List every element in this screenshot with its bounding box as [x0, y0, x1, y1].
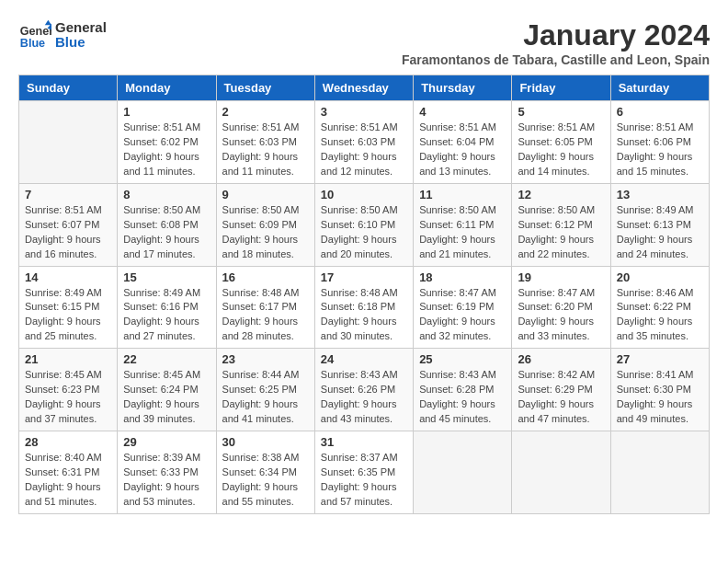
day-cell: 28Sunrise: 8:40 AM Sunset: 6:31 PM Dayli…: [19, 431, 118, 514]
day-cell: 22Sunrise: 8:45 AM Sunset: 6:24 PM Dayli…: [118, 349, 216, 431]
header-thursday: Thursday: [414, 75, 512, 101]
day-info: Sunrise: 8:39 AM Sunset: 6:33 PM Dayligh…: [123, 451, 210, 510]
week-row-2: 7Sunrise: 8:51 AM Sunset: 6:07 PM Daylig…: [19, 183, 710, 266]
calendar-header-row: SundayMondayTuesdayWednesdayThursdayFrid…: [19, 75, 710, 101]
week-row-5: 28Sunrise: 8:40 AM Sunset: 6:31 PM Dayli…: [19, 431, 710, 514]
day-info: Sunrise: 8:50 AM Sunset: 6:09 PM Dayligh…: [222, 203, 309, 262]
day-info: Sunrise: 8:43 AM Sunset: 6:26 PM Dayligh…: [321, 368, 407, 427]
day-number: 10: [321, 188, 407, 201]
day-info: Sunrise: 8:43 AM Sunset: 6:28 PM Dayligh…: [419, 368, 506, 427]
day-info: Sunrise: 8:50 AM Sunset: 6:10 PM Dayligh…: [321, 203, 407, 262]
day-info: Sunrise: 8:45 AM Sunset: 6:23 PM Dayligh…: [25, 368, 111, 427]
logo-blue: Blue: [55, 35, 107, 51]
day-cell: 24Sunrise: 8:43 AM Sunset: 6:26 PM Dayli…: [314, 349, 413, 431]
day-number: 24: [321, 352, 407, 366]
day-cell: [19, 101, 118, 184]
week-row-1: 1Sunrise: 8:51 AM Sunset: 6:02 PM Daylig…: [19, 101, 710, 184]
day-info: Sunrise: 8:45 AM Sunset: 6:24 PM Dayligh…: [123, 368, 210, 427]
day-number: 7: [25, 188, 111, 201]
day-cell: 26Sunrise: 8:42 AM Sunset: 6:29 PM Dayli…: [512, 349, 610, 431]
header-tuesday: Tuesday: [216, 75, 314, 101]
day-cell: 2Sunrise: 8:51 AM Sunset: 6:03 PM Daylig…: [216, 101, 314, 184]
day-number: 26: [518, 352, 604, 366]
day-info: Sunrise: 8:48 AM Sunset: 6:18 PM Dayligh…: [321, 286, 407, 345]
day-info: Sunrise: 8:51 AM Sunset: 6:05 PM Dayligh…: [518, 121, 604, 179]
day-cell: 31Sunrise: 8:37 AM Sunset: 6:35 PM Dayli…: [314, 431, 413, 514]
svg-marker-2: [45, 20, 51, 25]
header-sunday: Sunday: [19, 75, 118, 101]
day-number: 14: [25, 270, 111, 284]
day-number: 4: [419, 105, 506, 119]
day-number: 27: [617, 352, 703, 366]
day-number: 3: [321, 105, 407, 119]
day-info: Sunrise: 8:51 AM Sunset: 6:03 PM Dayligh…: [321, 121, 407, 179]
week-row-3: 14Sunrise: 8:49 AM Sunset: 6:15 PM Dayli…: [19, 266, 710, 349]
day-number: 11: [419, 188, 506, 201]
day-cell: 4Sunrise: 8:51 AM Sunset: 6:04 PM Daylig…: [414, 101, 512, 184]
day-number: 8: [123, 188, 210, 201]
day-info: Sunrise: 8:47 AM Sunset: 6:20 PM Dayligh…: [518, 286, 604, 345]
day-info: Sunrise: 8:41 AM Sunset: 6:30 PM Dayligh…: [617, 368, 703, 427]
day-number: 31: [321, 435, 407, 449]
header-friday: Friday: [512, 75, 610, 101]
day-info: Sunrise: 8:51 AM Sunset: 6:07 PM Dayligh…: [25, 203, 111, 262]
header-monday: Monday: [118, 75, 216, 101]
day-cell: 15Sunrise: 8:49 AM Sunset: 6:16 PM Dayli…: [118, 266, 216, 349]
day-number: 2: [222, 105, 309, 119]
day-info: Sunrise: 8:50 AM Sunset: 6:12 PM Dayligh…: [518, 203, 604, 262]
day-number: 5: [518, 105, 604, 119]
day-cell: 10Sunrise: 8:50 AM Sunset: 6:10 PM Dayli…: [314, 183, 413, 266]
day-info: Sunrise: 8:50 AM Sunset: 6:11 PM Dayligh…: [419, 203, 506, 262]
logo: General Blue General Blue: [18, 18, 107, 52]
day-info: Sunrise: 8:44 AM Sunset: 6:25 PM Dayligh…: [222, 368, 309, 427]
day-info: Sunrise: 8:51 AM Sunset: 6:06 PM Dayligh…: [617, 121, 703, 179]
logo-general: General: [55, 20, 107, 36]
day-info: Sunrise: 8:47 AM Sunset: 6:19 PM Dayligh…: [419, 286, 506, 345]
day-info: Sunrise: 8:42 AM Sunset: 6:29 PM Dayligh…: [518, 368, 604, 427]
header-wednesday: Wednesday: [314, 75, 413, 101]
location-subtitle: Faramontanos de Tabara, Castille and Leo…: [402, 52, 710, 67]
day-cell: 8Sunrise: 8:50 AM Sunset: 6:08 PM Daylig…: [118, 183, 216, 266]
day-number: 1: [123, 105, 210, 119]
day-info: Sunrise: 8:50 AM Sunset: 6:08 PM Dayligh…: [123, 203, 210, 262]
day-info: Sunrise: 8:37 AM Sunset: 6:35 PM Dayligh…: [321, 451, 407, 510]
day-info: Sunrise: 8:40 AM Sunset: 6:31 PM Dayligh…: [25, 451, 111, 510]
day-cell: 25Sunrise: 8:43 AM Sunset: 6:28 PM Dayli…: [414, 349, 512, 431]
month-year-title: January 2024: [402, 18, 710, 52]
day-cell: 9Sunrise: 8:50 AM Sunset: 6:09 PM Daylig…: [216, 183, 314, 266]
page-header: General Blue General Blue January 2024 F…: [18, 18, 710, 67]
day-cell: 21Sunrise: 8:45 AM Sunset: 6:23 PM Dayli…: [19, 349, 118, 431]
day-number: 6: [617, 105, 703, 119]
day-number: 16: [222, 270, 309, 284]
svg-text:Blue: Blue: [20, 37, 45, 50]
day-cell: 17Sunrise: 8:48 AM Sunset: 6:18 PM Dayli…: [314, 266, 413, 349]
calendar-table: SundayMondayTuesdayWednesdayThursdayFrid…: [18, 75, 710, 514]
day-info: Sunrise: 8:51 AM Sunset: 6:04 PM Dayligh…: [419, 121, 506, 179]
day-cell: 5Sunrise: 8:51 AM Sunset: 6:05 PM Daylig…: [512, 101, 610, 184]
day-info: Sunrise: 8:49 AM Sunset: 6:13 PM Dayligh…: [617, 203, 703, 262]
day-cell: 30Sunrise: 8:38 AM Sunset: 6:34 PM Dayli…: [216, 431, 314, 514]
day-cell: 14Sunrise: 8:49 AM Sunset: 6:15 PM Dayli…: [19, 266, 118, 349]
day-cell: 13Sunrise: 8:49 AM Sunset: 6:13 PM Dayli…: [610, 183, 709, 266]
day-info: Sunrise: 8:49 AM Sunset: 6:15 PM Dayligh…: [25, 286, 111, 345]
header-saturday: Saturday: [610, 75, 709, 101]
day-cell: 6Sunrise: 8:51 AM Sunset: 6:06 PM Daylig…: [610, 101, 709, 184]
day-cell: 1Sunrise: 8:51 AM Sunset: 6:02 PM Daylig…: [118, 101, 216, 184]
day-number: 19: [518, 270, 604, 284]
day-number: 28: [25, 435, 111, 449]
day-cell: [512, 431, 610, 514]
day-info: Sunrise: 8:48 AM Sunset: 6:17 PM Dayligh…: [222, 286, 309, 345]
day-cell: 7Sunrise: 8:51 AM Sunset: 6:07 PM Daylig…: [19, 183, 118, 266]
day-cell: 23Sunrise: 8:44 AM Sunset: 6:25 PM Dayli…: [216, 349, 314, 431]
day-cell: 19Sunrise: 8:47 AM Sunset: 6:20 PM Dayli…: [512, 266, 610, 349]
day-cell: 29Sunrise: 8:39 AM Sunset: 6:33 PM Dayli…: [118, 431, 216, 514]
logo-icon: General Blue: [18, 18, 51, 52]
day-number: 17: [321, 270, 407, 284]
day-info: Sunrise: 8:49 AM Sunset: 6:16 PM Dayligh…: [123, 286, 210, 345]
day-cell: 18Sunrise: 8:47 AM Sunset: 6:19 PM Dayli…: [414, 266, 512, 349]
day-number: 30: [222, 435, 309, 449]
day-info: Sunrise: 8:46 AM Sunset: 6:22 PM Dayligh…: [617, 286, 703, 345]
day-number: 18: [419, 270, 506, 284]
day-cell: 3Sunrise: 8:51 AM Sunset: 6:03 PM Daylig…: [314, 101, 413, 184]
day-cell: [610, 431, 709, 514]
